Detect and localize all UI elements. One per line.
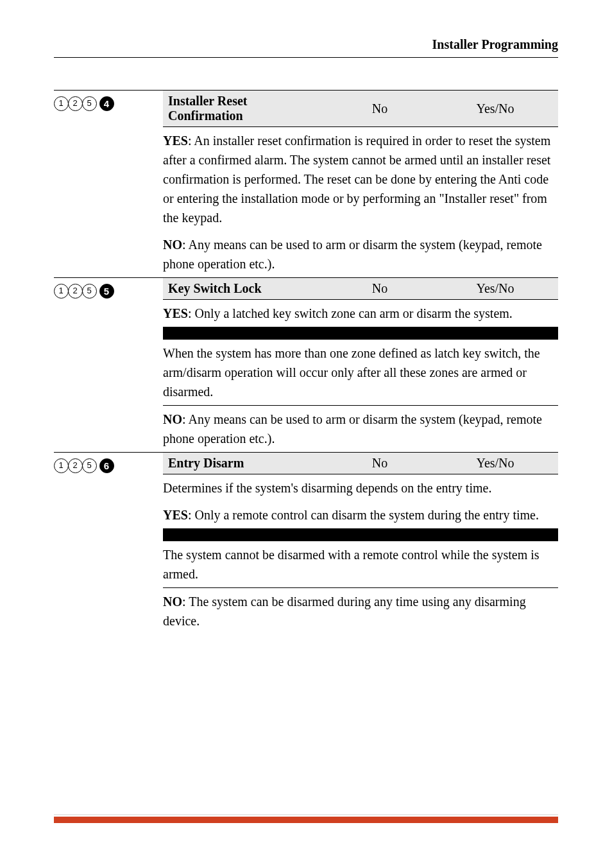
digit-icon: 1 <box>54 458 69 473</box>
black-bar <box>163 327 558 340</box>
digit-icon: 2 <box>68 284 83 299</box>
param-header: Installer Reset Confirmation No Yes/No <box>163 91 558 126</box>
digit-icon: 2 <box>68 96 83 111</box>
digit-icon-bold: 4 <box>99 96 114 111</box>
digit-icon: 1 <box>54 96 69 111</box>
footer-top-line <box>54 814 558 815</box>
description: NO: Any means can be used to arm or disa… <box>163 231 558 277</box>
page-header: Installer Programming <box>432 37 558 52</box>
code-cell: 1255 <box>54 278 163 452</box>
section: 1256 Entry Disarm No Yes/No Determines i… <box>54 453 558 634</box>
note-box: When the system has more than one zone d… <box>163 340 558 405</box>
description: YES: Only a remote control can disarm th… <box>163 501 558 528</box>
param-default: No <box>322 101 438 116</box>
digit-icon-bold: 5 <box>99 284 114 299</box>
black-bar <box>163 528 558 541</box>
param-header: Key Switch Lock No Yes/No <box>163 278 558 299</box>
code-cell: 1256 <box>54 453 163 634</box>
section: 1255 Key Switch Lock No Yes/No YES: Only… <box>54 278 558 452</box>
param-default: No <box>322 281 438 296</box>
param-range: Yes/No <box>438 281 553 296</box>
description: YES: An installer reset confirmation is … <box>163 127 558 231</box>
description: NO: Any means can be used to arm or disa… <box>163 406 558 452</box>
digit-icon: 5 <box>82 458 97 473</box>
footer <box>54 814 558 823</box>
param-default: No <box>322 456 438 471</box>
note-box: The system cannot be disarmed with a rem… <box>163 541 558 587</box>
param-title: Key Switch Lock <box>168 281 322 296</box>
param-range: Yes/No <box>438 101 553 116</box>
digit-icon: 5 <box>82 284 97 299</box>
param-title: Installer Reset Confirmation <box>168 94 322 123</box>
description: Determines if the system's disarming dep… <box>163 474 558 501</box>
section: 1254 Installer Reset Confirmation No Yes… <box>54 91 558 277</box>
digit-icon: 1 <box>54 284 69 299</box>
footer-red-bar <box>54 817 558 823</box>
digit-icon: 5 <box>82 96 97 111</box>
param-header: Entry Disarm No Yes/No <box>163 453 558 474</box>
code-cell: 1254 <box>54 91 163 277</box>
digit-icon: 2 <box>68 458 83 473</box>
description: NO: The system can be disarmed during an… <box>163 588 558 634</box>
digit-icon-bold: 6 <box>99 458 114 473</box>
description: YES: Only a latched key switch zone can … <box>163 300 558 327</box>
param-title: Entry Disarm <box>168 456 322 471</box>
param-range: Yes/No <box>438 456 553 471</box>
header-rule <box>54 57 558 58</box>
